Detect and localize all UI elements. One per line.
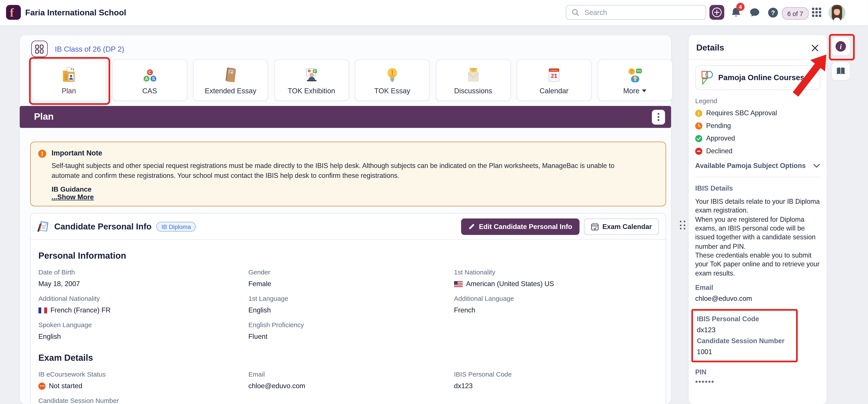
tok-exhibition-icon xyxy=(302,66,321,84)
field-ecoursework-status: IB eCoursework Status Not started xyxy=(38,371,248,390)
tab-tok-essay[interactable]: ! TOK Essay xyxy=(355,59,430,101)
tab-cas[interactable]: C A S CAS xyxy=(112,59,187,101)
info-icon: i xyxy=(836,41,846,52)
svg-text:!: ! xyxy=(41,150,43,157)
legend-item-approved: Approved xyxy=(695,135,820,142)
exam-details-heading: Exam Details xyxy=(38,353,658,363)
apps-grid-button[interactable] xyxy=(812,8,822,17)
pamoja-logo-icon xyxy=(701,70,714,85)
tab-label: Plan xyxy=(62,87,76,95)
book-icon xyxy=(836,66,846,76)
top-bar: f Faria International School 4 xyxy=(0,0,868,26)
field-gender: Gender Female xyxy=(248,268,454,288)
note-guidance-heading: IB Guidance xyxy=(52,185,657,192)
field-email: Email chloe@eduvo.com xyxy=(248,371,454,390)
svg-text:!: ! xyxy=(698,110,700,116)
tab-label: TOK Exhibition xyxy=(288,87,335,95)
check-green-icon xyxy=(695,135,703,142)
show-more-link[interactable]: ...Show More xyxy=(52,193,94,201)
grid-2x2-icon xyxy=(35,44,44,54)
tab-plan[interactable]: Plan xyxy=(31,59,106,101)
search-box[interactable] xyxy=(566,5,706,20)
legend-label: Legend xyxy=(695,97,820,105)
edit-candidate-info-button[interactable]: Edit Candidate Personal Info xyxy=(461,218,579,235)
chevron-down-icon xyxy=(813,164,820,168)
tok-essay-icon: ! xyxy=(383,66,402,84)
warning-yellow-icon: ! xyxy=(695,110,703,117)
calendar-outline-icon xyxy=(591,223,598,230)
field-additional-nationality: Additional Nationality French (France) F… xyxy=(38,295,248,314)
pamoja-course-title: Pamoja Online Courses xyxy=(718,73,804,82)
clock-orange-icon xyxy=(695,122,703,129)
sidebar-email-label: Email xyxy=(695,284,820,292)
close-icon xyxy=(811,44,819,52)
tab-tok-exhibition[interactable]: TOK Exhibition xyxy=(274,59,349,101)
ibis-code-label: IBIS Personal Code xyxy=(697,315,794,323)
plan-banner-title: Plan xyxy=(20,112,54,122)
tab-label: More xyxy=(623,87,647,95)
details-sidebar: Details Pamoja Online Courses Legend ! xyxy=(689,35,827,404)
exam-calendar-button[interactable]: Exam Calendar xyxy=(584,218,659,235)
search-icon xyxy=(571,8,580,17)
question-circle-icon: ? xyxy=(768,7,778,18)
plan-icon xyxy=(60,66,78,84)
discussions-icon xyxy=(464,66,482,84)
session-number-value: 1001 xyxy=(697,348,794,356)
close-sidebar-button[interactable] xyxy=(811,44,819,52)
kebab-menu-icon xyxy=(657,113,660,121)
plus-circle-icon xyxy=(712,7,722,18)
svg-text:?: ? xyxy=(630,68,633,74)
grid-3x3-icon xyxy=(812,8,822,17)
sidebar-email-value: chloe@eduvo.com xyxy=(695,295,820,302)
panel-drag-handle[interactable] xyxy=(680,221,686,230)
fr-flag-icon xyxy=(38,307,47,313)
search-input[interactable] xyxy=(583,8,701,17)
field-ibis-personal-code: IBIS Personal Code dx123 xyxy=(454,371,658,390)
tab-label: Calendar xyxy=(539,87,568,95)
faria-f-icon: f xyxy=(6,5,21,20)
ibis-code-value: dx123 xyxy=(697,326,794,334)
pencil-icon xyxy=(468,223,475,230)
tab-calendar[interactable]: Calendar 21 Calendar xyxy=(517,59,592,101)
note-title: Important Note xyxy=(52,149,657,157)
chat-bubble-icon xyxy=(750,8,760,18)
calendar-icon: Calendar 21 xyxy=(545,66,563,84)
tab-discussions[interactable]: Discussions xyxy=(436,59,511,101)
pin-label: PIN xyxy=(695,369,820,376)
info-panel-button[interactable]: i xyxy=(831,37,850,56)
sidebar-title: Details xyxy=(696,43,724,53)
class-title-link[interactable]: IB Class of 26 (DP 2) xyxy=(55,45,124,53)
tab-extended-essay[interactable]: Extended Essay xyxy=(193,59,268,101)
messages-button[interactable] xyxy=(750,8,760,18)
user-avatar[interactable] xyxy=(829,4,846,22)
plan-banner: Plan xyxy=(20,106,671,128)
onboarding-step-badge[interactable]: 6 of 7 xyxy=(782,7,809,20)
tab-row: Plan C A S CAS Extended Essay xyxy=(31,59,673,101)
main-content-card: IB Class of 26 (DP 2) Plan C xyxy=(20,35,671,404)
svg-text:A: A xyxy=(145,76,148,81)
not-started-status-icon xyxy=(38,382,45,389)
candidate-info-icon xyxy=(37,221,49,233)
svg-text:21: 21 xyxy=(551,72,557,79)
svg-text:?: ? xyxy=(771,9,775,16)
available-pamoja-options-toggle[interactable]: Available Pamoja Subject Options xyxy=(695,162,820,177)
help-button[interactable]: ? xyxy=(768,7,778,18)
school-name: Faria International School xyxy=(25,8,126,17)
chevron-down-icon xyxy=(642,89,647,92)
class-dashboard-button[interactable] xyxy=(31,40,48,57)
tab-more[interactable]: ? More xyxy=(597,59,673,101)
more-icon: ? xyxy=(626,66,644,84)
faria-logo[interactable]: f xyxy=(6,5,21,20)
notification-badge: 4 xyxy=(736,3,745,11)
resources-panel-button[interactable] xyxy=(831,61,850,81)
session-number-label: Candidate Session Number xyxy=(697,337,794,345)
banner-menu-button[interactable] xyxy=(652,110,665,124)
quick-add-button[interactable] xyxy=(709,5,724,20)
field-first-nationality: 1st Nationality American (United States)… xyxy=(454,268,658,288)
ibis-details-label: IBIS Details xyxy=(695,184,820,192)
ib-diploma-badge: IB Diploma xyxy=(157,222,196,231)
pamoja-course-card[interactable]: Pamoja Online Courses xyxy=(695,65,820,90)
svg-text:!: ! xyxy=(391,68,394,77)
page: f Faria International School 4 xyxy=(0,0,868,404)
field-spoken-language: Spoken Language English xyxy=(38,321,248,341)
